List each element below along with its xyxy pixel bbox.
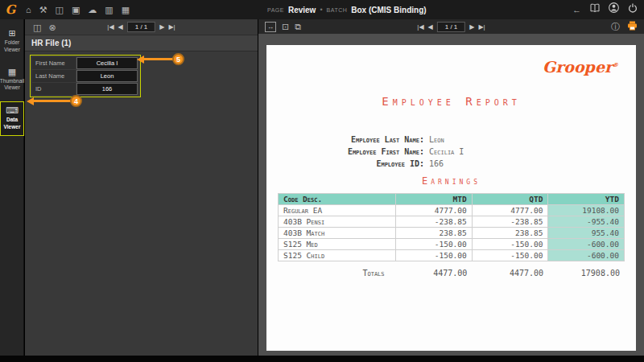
- index-fields-highlight-box: First Name Cecilia I Last Name Leon ID 1…: [30, 55, 141, 97]
- batches-book-icon[interactable]: [590, 0, 600, 19]
- info-icon[interactable]: ⓘ: [611, 18, 620, 35]
- callout-4-arrow: 4: [27, 95, 82, 107]
- grooper-logo[interactable]: G: [0, 2, 21, 17]
- data-viewer-panel: ◫ ⊗ |◀ ◀ 1 / 1 ▶ ▶| HR File (1) First Na…: [25, 19, 258, 356]
- brand-text: Grooper: [543, 58, 613, 76]
- nav-first-button[interactable]: |◀: [107, 23, 114, 31]
- first-name-label: First Name: [32, 57, 76, 69]
- breadcrumb: PAGE Review • BATCH Box (CMIS Binding): [267, 0, 427, 19]
- table-cell: Regular EA: [279, 205, 396, 216]
- bar-chart-icon[interactable]: ▥: [105, 1, 113, 19]
- viewer-right-icons: ⓘ: [611, 18, 638, 35]
- home-icon[interactable]: ⌂: [26, 1, 31, 19]
- first-name-input[interactable]: Cecilia I: [76, 57, 138, 69]
- fit-width-icon[interactable]: ↔: [265, 22, 276, 32]
- user-icon[interactable]: [609, 0, 619, 19]
- viewer-sidebar: ⊞ Folder Viewer ▦ Thumbnail Viewer ⌨ Dat…: [0, 19, 24, 356]
- last-name-input[interactable]: Leon: [76, 70, 138, 82]
- viewer-toolbar: ↔ ⊡ ⧉ |◀ ◀ 1 / 1 ▶ ▶| ⓘ: [258, 19, 644, 34]
- table-row: 403B Pensi -238.85 -238.85 -955.40: [279, 216, 625, 228]
- page-last-button[interactable]: ▶|: [478, 23, 485, 31]
- table-cell-highlighted: -600.00: [548, 239, 625, 250]
- table-cell: -150.00: [472, 239, 548, 250]
- page-first-button[interactable]: |◀: [417, 23, 423, 31]
- table-cell: -150.00: [396, 250, 473, 261]
- last-name-label: Last Name: [32, 70, 76, 82]
- table-cell: 238.85: [396, 228, 473, 239]
- table-cell: -238.85: [396, 216, 473, 228]
- table-cell: S125 Med: [279, 239, 396, 250]
- data-viewer-icon: ⌨: [6, 105, 19, 115]
- nav-last-button[interactable]: ▶|: [168, 23, 175, 31]
- table-cell-highlighted: -955.40: [548, 216, 625, 228]
- registered-mark: ®: [613, 61, 618, 68]
- data-panel-toolbar: ◫ ⊗ |◀ ◀ 1 / 1 ▶ ▶|: [25, 19, 258, 35]
- table-cell-highlighted: 955.40: [548, 228, 625, 239]
- data-viewer-label: Data Viewer: [4, 117, 21, 131]
- table-header: MTD: [396, 194, 473, 205]
- thumbnail-viewer-label: Thumbnail Viewer: [0, 78, 24, 93]
- tools-icon[interactable]: ⚒: [39, 1, 47, 19]
- table-cell-highlighted: -600.00: [548, 250, 625, 261]
- multipage-view-icon[interactable]: ⧉: [295, 18, 301, 35]
- id-input[interactable]: 166: [76, 83, 138, 95]
- briefcase-icon[interactable]: ▣: [72, 1, 80, 19]
- table-cell: S125 Child: [279, 250, 396, 261]
- sidebar-item-data-viewer[interactable]: ⌨ Data Viewer: [0, 101, 24, 136]
- doc-id-value: 166: [429, 158, 444, 170]
- table-cell-highlighted: 19108.00: [548, 205, 625, 216]
- save-record-icon[interactable]: ◫: [33, 19, 41, 36]
- stats-chart-icon[interactable]: ▦: [122, 1, 130, 19]
- page-next-button[interactable]: ▶: [469, 23, 474, 31]
- totals-row: Totals 4477.00 4477.00 17908.00: [278, 269, 625, 278]
- doc-last-name-value: Leon: [429, 134, 444, 146]
- totals-qtd: 4477.00: [472, 269, 548, 278]
- document-brand-logo: Grooper®: [543, 58, 618, 76]
- doc-first-name-value: Cecilia I: [429, 146, 464, 158]
- sidebar-item-thumbnail-viewer[interactable]: ▦ Thumbnail Viewer: [0, 64, 24, 97]
- batch-name-value: Box (CMIS Binding): [351, 6, 426, 14]
- record-navigation: |◀ ◀ 1 / 1 ▶ ▶|: [107, 22, 175, 32]
- callout-4-number: 4: [70, 95, 82, 107]
- field-row-id: ID 166: [32, 83, 138, 95]
- page-step-value: Review: [288, 6, 316, 14]
- thumbnail-viewer-icon: ▦: [8, 67, 16, 76]
- page-label: PAGE: [267, 7, 284, 13]
- doc-last-name-label: Employee Last Name:: [266, 134, 424, 146]
- table-header: YTD: [548, 194, 625, 205]
- nav-prev-button[interactable]: ◀: [118, 23, 123, 31]
- document-viewer: ↔ ⊡ ⧉ |◀ ◀ 1 / 1 ▶ ▶| ⓘ Grooper® Employe…: [258, 19, 644, 356]
- table-cell: 4777.00: [396, 205, 473, 216]
- folder-viewer-icon: ⊞: [8, 28, 15, 38]
- print-icon[interactable]: [627, 19, 638, 34]
- table-row: S125 Med -150.00 -150.00 -600.00: [279, 239, 625, 250]
- save-icon[interactable]: ◫: [56, 1, 64, 19]
- cloud-upload-icon[interactable]: ☁: [88, 1, 97, 19]
- callout-4-shaft: [34, 100, 71, 102]
- table-cell: 238.85: [472, 228, 548, 239]
- document-field-block: Employee Last Name: Leon Employee First …: [266, 134, 636, 170]
- page-view-icon[interactable]: ⊡: [282, 18, 289, 35]
- table-row: 403B Match 238.85 238.85 955.40: [279, 228, 625, 239]
- back-arrow-icon[interactable]: ←: [572, 0, 581, 19]
- sidebar-item-folder-viewer[interactable]: ⊞ Folder Viewer: [0, 25, 24, 58]
- doc-id-label: Employee ID:: [266, 158, 424, 170]
- table-cell: -150.00: [396, 239, 473, 250]
- bottom-strip: [0, 356, 644, 362]
- table-cell: 403B Match: [279, 228, 396, 239]
- callout-4-arrowhead: [27, 97, 34, 105]
- table-header: QTD: [472, 194, 548, 205]
- table-header-row: Code Desc. MTD QTD YTD: [279, 194, 625, 205]
- power-icon[interactable]: [628, 0, 638, 19]
- document-page[interactable]: Grooper® Employee Report Employee Last N…: [266, 45, 636, 351]
- callout-5-arrowhead: [137, 56, 144, 64]
- page-prev-button[interactable]: ◀: [428, 23, 433, 31]
- doc-first-name-label: Employee First Name:: [266, 146, 424, 158]
- document-title: Employee Report: [266, 95, 636, 108]
- nav-next-button[interactable]: ▶: [159, 23, 164, 31]
- field-row-last-name: Last Name Leon: [32, 70, 138, 82]
- close-record-icon[interactable]: ⊗: [48, 19, 56, 36]
- field-row-first-name: First Name Cecilia I: [32, 57, 138, 69]
- table-cell: 403B Pensi: [279, 216, 396, 228]
- document-type-header[interactable]: HR File (1): [25, 35, 258, 51]
